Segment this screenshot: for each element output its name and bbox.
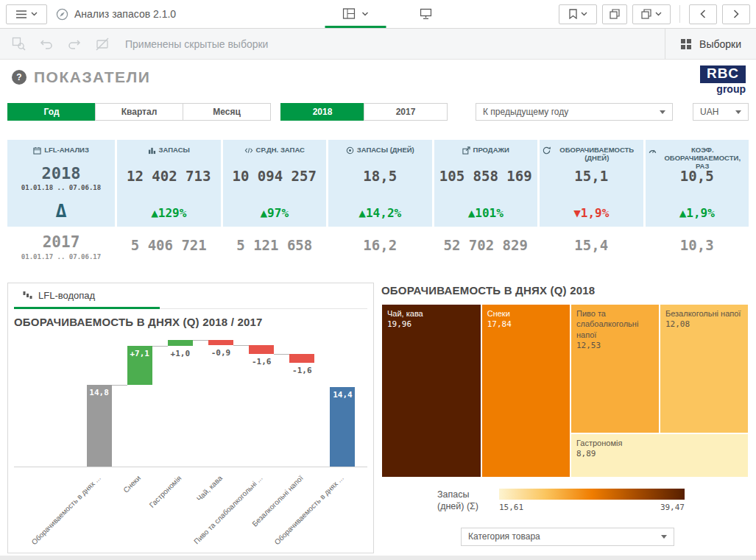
bookmark-icon xyxy=(569,9,577,19)
chevron-down-icon xyxy=(31,12,38,16)
comparison-dropdown[interactable]: К предыдущему году xyxy=(476,103,673,121)
kpi-metric-previous: 5 121 658 xyxy=(223,234,327,260)
kpi-metric-previous: 16,2 xyxy=(328,234,432,260)
waterfall-bar[interactable]: 14,4 xyxy=(330,387,355,467)
help-icon[interactable]: ? xyxy=(12,70,27,85)
waterfall-category-label: Чай, кава xyxy=(195,474,224,503)
presentation-button[interactable] xyxy=(420,0,431,28)
filter-row: ГодКварталМесяц 20182017 К предыдущему г… xyxy=(7,103,749,121)
waterfall-chart: 14,8+7,1+1,0-0,9-1,6-1,614,4 Оборачиваем… xyxy=(14,334,367,553)
waterfall-bar[interactable] xyxy=(208,340,233,345)
waterfall-bar[interactable] xyxy=(249,345,274,354)
previous-sheet-button[interactable] xyxy=(689,4,717,24)
year-filter-group: 20182017 xyxy=(280,103,448,121)
kpi-previous-period: 2017 01.01.17 .. 07.06.17 xyxy=(7,234,115,260)
chevron-down-icon xyxy=(735,110,741,114)
titlebar: Анализ запасов 2.1.0 xyxy=(0,0,756,29)
code-icon xyxy=(244,146,253,164)
charts-row: LFL-водопад ОБОРАЧИВАЕМОСТЬ В ДНЯХ (Q) 2… xyxy=(7,283,749,556)
kpi-metric-change: ▲1,9% xyxy=(679,207,715,220)
sheet-icon xyxy=(342,8,355,19)
kpi-metric-change: ▲97% xyxy=(260,207,289,220)
selections-button[interactable]: Выборки xyxy=(665,29,756,59)
kpi-metric-change: ▲14,2% xyxy=(358,207,401,220)
page-header: ? ПОКАЗАТЕЛИ RBC group xyxy=(7,65,749,94)
legend-scale: 15,61 39,47 xyxy=(499,489,685,513)
treemap-cell-name: Гастрономія xyxy=(576,438,743,448)
treemap: Чай, кава19,96Снеки17,84Пиво та слабоалк… xyxy=(381,304,749,478)
chevron-down-icon xyxy=(655,12,662,16)
treemap-cell[interactable]: Пиво та слабоалкогольні напої12,53 xyxy=(570,304,660,433)
treemap-cell[interactable]: Гастрономія8,89 xyxy=(570,433,749,478)
selections-bar: Применены скрытые выборки Выборки xyxy=(0,29,756,60)
waterfall-bar[interactable] xyxy=(168,340,193,346)
current-year: 2018 xyxy=(42,165,81,182)
waterfall-bar[interactable]: +7,1 xyxy=(127,346,152,385)
kpi-metric-header: СР.ДН. ЗАПАС xyxy=(244,146,305,164)
next-sheet-button[interactable] xyxy=(722,4,750,24)
category-dropdown-value: Категория товара xyxy=(468,531,540,542)
currency-dropdown-value: UAH xyxy=(700,107,718,117)
waterfall-icon xyxy=(23,291,32,300)
currency-dropdown[interactable]: UAH xyxy=(693,103,749,121)
waterfall-title: ОБОРАЧИВАЕМОСТЬ В ДНЯХ (Q) 2018 / 2017 xyxy=(14,316,367,328)
kpi-metric-header: ЗАПАСЫ (ДНЕЙ) xyxy=(346,146,414,164)
kpi-metric-previous-value: 5 406 721 xyxy=(131,237,207,253)
chevron-down-icon xyxy=(661,535,667,539)
compass-icon xyxy=(56,8,68,21)
legend-gradient xyxy=(499,489,685,500)
chevron-left-icon xyxy=(700,10,706,18)
kpi-period-header: LFL-АНАЛИЗ xyxy=(33,146,89,164)
kpi-metric-header-label: ОБОРАЧИВАЕМОСТЬ (ДНЕЙ) xyxy=(554,146,640,164)
filter-button-year[interactable]: Год xyxy=(7,103,96,121)
legend-range: 15,61 39,47 xyxy=(499,503,685,512)
treemap-cell[interactable]: Чай, кава19,96 xyxy=(381,304,481,478)
legend-label: Запасы (дней) (Σ) xyxy=(437,489,487,513)
kpi-metric-header: ПРОДАЖИ xyxy=(462,146,509,164)
period-filter-group: ГодКварталМесяц xyxy=(7,103,271,121)
kpi-metric-change: ▲101% xyxy=(468,207,504,220)
step-forward-icon[interactable] xyxy=(60,30,88,58)
menu-button[interactable] xyxy=(6,4,47,24)
presentation-icon xyxy=(420,8,431,20)
chevron-right-icon xyxy=(733,10,739,18)
kpi-metric-header: ОБОРАЧИВАЕМОСТЬ (ДНЕЙ) xyxy=(543,146,640,164)
waterfall-bar-label: -1,6 xyxy=(241,357,281,366)
sheet-options-button[interactable] xyxy=(632,4,671,24)
category-dropdown[interactable]: Категория товара xyxy=(461,528,674,546)
kpi-metric-value: 18,5 xyxy=(363,168,397,184)
kpi-metric-previous: 52 702 829 xyxy=(434,234,538,260)
kpi-metric-value: 12 402 713 xyxy=(127,168,211,184)
waterfall-connector xyxy=(193,340,208,341)
sheet-selector-button[interactable] xyxy=(325,0,386,28)
legend-min: 15,61 xyxy=(499,503,523,512)
menu-icon xyxy=(16,10,27,18)
treemap-cell-value: 12,08 xyxy=(665,319,743,329)
kpi-metric-column: ПРОДАЖИ105 858 169▲101% xyxy=(434,140,538,227)
waterfall-connector xyxy=(152,346,168,347)
filter-button-quarter[interactable]: Квартал xyxy=(95,103,183,121)
treemap-cell-name: Чай, кава xyxy=(387,308,476,319)
filter-button-2018[interactable]: 2018 xyxy=(280,103,364,121)
kpi-metric-value: 15,1 xyxy=(574,168,608,184)
waterfall-bar[interactable]: 14,8 xyxy=(87,385,112,467)
tab-label: LFL-водопад xyxy=(38,290,95,301)
kpi-metric-column: СР.ДН. ЗАПАС10 094 257▲97% xyxy=(223,140,327,227)
bookmark-button[interactable] xyxy=(559,4,597,24)
treemap-cell[interactable]: Безалкогольні напої12,08 xyxy=(660,304,749,433)
grid-icon xyxy=(680,38,692,50)
selections-tool-icon[interactable] xyxy=(4,30,32,58)
previous-period-range: 01.01.17 .. 07.06.17 xyxy=(21,253,101,260)
treemap-cell[interactable]: Снеки17,84 xyxy=(481,304,570,478)
step-back-icon[interactable] xyxy=(32,30,60,58)
refresh-icon xyxy=(543,146,551,164)
clear-selections-icon[interactable] xyxy=(88,30,116,58)
filter-button-month[interactable]: Месяц xyxy=(183,103,271,121)
filter-button-2017[interactable]: 2017 xyxy=(364,103,448,121)
footer-strip xyxy=(0,556,756,560)
tab-lfl-waterfall[interactable]: LFL-водопад xyxy=(14,283,160,309)
waterfall-bar[interactable] xyxy=(289,354,314,363)
duplicate-button[interactable] xyxy=(602,4,627,24)
treemap-panel: ОБОРАЧИВАЕМОСТЬ В ДНЯХ (Q) 2018 Чай, кав… xyxy=(381,283,749,556)
chart-tabbar: LFL-водопад xyxy=(14,283,367,309)
